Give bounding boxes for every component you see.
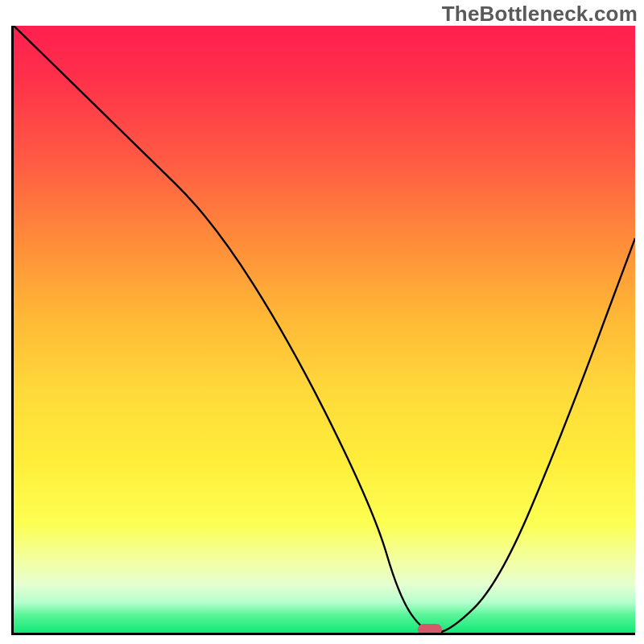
bottleneck-curve-path [14,26,635,633]
watermark-text: TheBottleneck.com [442,2,638,27]
optimal-point-marker [418,624,442,635]
bottleneck-curve-svg [14,26,635,633]
chart-container: TheBottleneck.com [0,0,644,644]
plot-area [11,26,635,635]
